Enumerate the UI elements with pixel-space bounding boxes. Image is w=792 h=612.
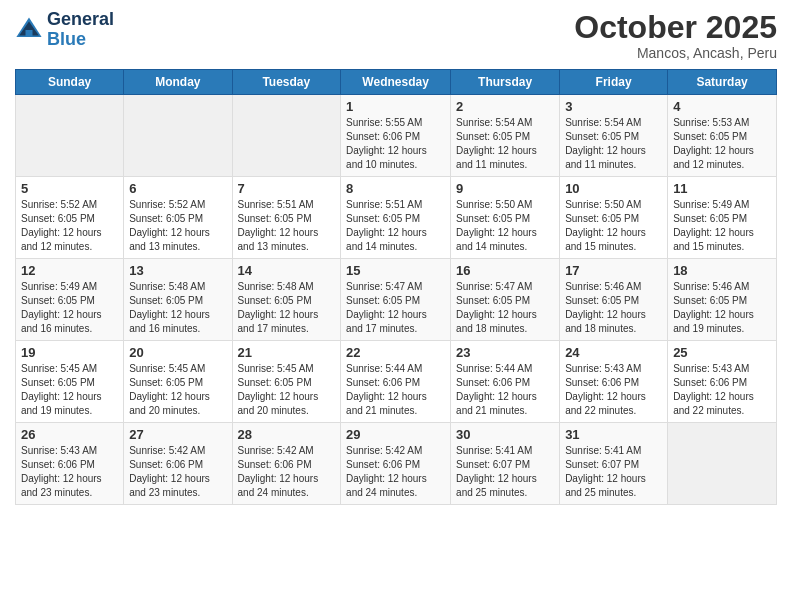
week-row-1: 5Sunrise: 5:52 AM Sunset: 6:05 PM Daylig…: [16, 177, 777, 259]
day-number: 14: [238, 263, 336, 278]
day-number: 19: [21, 345, 118, 360]
calendar-cell: 19Sunrise: 5:45 AM Sunset: 6:05 PM Dayli…: [16, 341, 124, 423]
calendar-cell: 4Sunrise: 5:53 AM Sunset: 6:05 PM Daylig…: [668, 95, 777, 177]
day-info: Sunrise: 5:43 AM Sunset: 6:06 PM Dayligh…: [673, 362, 771, 418]
day-info: Sunrise: 5:41 AM Sunset: 6:07 PM Dayligh…: [565, 444, 662, 500]
day-number: 12: [21, 263, 118, 278]
day-number: 2: [456, 99, 554, 114]
day-info: Sunrise: 5:48 AM Sunset: 6:05 PM Dayligh…: [129, 280, 226, 336]
day-info: Sunrise: 5:51 AM Sunset: 6:05 PM Dayligh…: [346, 198, 445, 254]
calendar-cell: 18Sunrise: 5:46 AM Sunset: 6:05 PM Dayli…: [668, 259, 777, 341]
calendar-cell: 2Sunrise: 5:54 AM Sunset: 6:05 PM Daylig…: [451, 95, 560, 177]
calendar-cell: 26Sunrise: 5:43 AM Sunset: 6:06 PM Dayli…: [16, 423, 124, 505]
day-info: Sunrise: 5:42 AM Sunset: 6:06 PM Dayligh…: [129, 444, 226, 500]
day-number: 20: [129, 345, 226, 360]
day-info: Sunrise: 5:45 AM Sunset: 6:05 PM Dayligh…: [129, 362, 226, 418]
week-row-3: 19Sunrise: 5:45 AM Sunset: 6:05 PM Dayli…: [16, 341, 777, 423]
day-number: 30: [456, 427, 554, 442]
day-info: Sunrise: 5:44 AM Sunset: 6:06 PM Dayligh…: [456, 362, 554, 418]
logo-line1: General: [47, 10, 114, 30]
svg-rect-2: [26, 30, 33, 37]
day-info: Sunrise: 5:46 AM Sunset: 6:05 PM Dayligh…: [673, 280, 771, 336]
calendar-cell: 9Sunrise: 5:50 AM Sunset: 6:05 PM Daylig…: [451, 177, 560, 259]
day-number: 13: [129, 263, 226, 278]
calendar-cell: 1Sunrise: 5:55 AM Sunset: 6:06 PM Daylig…: [341, 95, 451, 177]
calendar-cell: [668, 423, 777, 505]
calendar-cell: 16Sunrise: 5:47 AM Sunset: 6:05 PM Dayli…: [451, 259, 560, 341]
day-info: Sunrise: 5:42 AM Sunset: 6:06 PM Dayligh…: [346, 444, 445, 500]
calendar-cell: 22Sunrise: 5:44 AM Sunset: 6:06 PM Dayli…: [341, 341, 451, 423]
day-number: 24: [565, 345, 662, 360]
day-info: Sunrise: 5:49 AM Sunset: 6:05 PM Dayligh…: [673, 198, 771, 254]
day-info: Sunrise: 5:42 AM Sunset: 6:06 PM Dayligh…: [238, 444, 336, 500]
day-number: 10: [565, 181, 662, 196]
title-block: October 2025 Mancos, Ancash, Peru: [574, 10, 777, 61]
day-number: 26: [21, 427, 118, 442]
logo-icon: [15, 16, 43, 44]
calendar-cell: [232, 95, 341, 177]
day-info: Sunrise: 5:45 AM Sunset: 6:05 PM Dayligh…: [238, 362, 336, 418]
day-number: 9: [456, 181, 554, 196]
day-info: Sunrise: 5:51 AM Sunset: 6:05 PM Dayligh…: [238, 198, 336, 254]
day-number: 28: [238, 427, 336, 442]
week-row-4: 26Sunrise: 5:43 AM Sunset: 6:06 PM Dayli…: [16, 423, 777, 505]
day-number: 7: [238, 181, 336, 196]
month-title: October 2025: [574, 10, 777, 45]
day-info: Sunrise: 5:54 AM Sunset: 6:05 PM Dayligh…: [565, 116, 662, 172]
calendar-cell: 8Sunrise: 5:51 AM Sunset: 6:05 PM Daylig…: [341, 177, 451, 259]
day-info: Sunrise: 5:54 AM Sunset: 6:05 PM Dayligh…: [456, 116, 554, 172]
calendar-cell: 29Sunrise: 5:42 AM Sunset: 6:06 PM Dayli…: [341, 423, 451, 505]
calendar-cell: [16, 95, 124, 177]
calendar-cell: 27Sunrise: 5:42 AM Sunset: 6:06 PM Dayli…: [124, 423, 232, 505]
calendar-cell: 11Sunrise: 5:49 AM Sunset: 6:05 PM Dayli…: [668, 177, 777, 259]
header-saturday: Saturday: [668, 70, 777, 95]
header-sunday: Sunday: [16, 70, 124, 95]
day-info: Sunrise: 5:45 AM Sunset: 6:05 PM Dayligh…: [21, 362, 118, 418]
week-row-2: 12Sunrise: 5:49 AM Sunset: 6:05 PM Dayli…: [16, 259, 777, 341]
calendar-cell: 13Sunrise: 5:48 AM Sunset: 6:05 PM Dayli…: [124, 259, 232, 341]
day-number: 31: [565, 427, 662, 442]
header: General Blue October 2025 Mancos, Ancash…: [15, 10, 777, 61]
calendar-cell: 25Sunrise: 5:43 AM Sunset: 6:06 PM Dayli…: [668, 341, 777, 423]
day-info: Sunrise: 5:43 AM Sunset: 6:06 PM Dayligh…: [565, 362, 662, 418]
day-number: 27: [129, 427, 226, 442]
day-number: 1: [346, 99, 445, 114]
day-info: Sunrise: 5:46 AM Sunset: 6:05 PM Dayligh…: [565, 280, 662, 336]
day-info: Sunrise: 5:43 AM Sunset: 6:06 PM Dayligh…: [21, 444, 118, 500]
calendar-cell: 20Sunrise: 5:45 AM Sunset: 6:05 PM Dayli…: [124, 341, 232, 423]
day-number: 5: [21, 181, 118, 196]
day-info: Sunrise: 5:55 AM Sunset: 6:06 PM Dayligh…: [346, 116, 445, 172]
calendar-cell: 3Sunrise: 5:54 AM Sunset: 6:05 PM Daylig…: [560, 95, 668, 177]
day-number: 17: [565, 263, 662, 278]
week-row-0: 1Sunrise: 5:55 AM Sunset: 6:06 PM Daylig…: [16, 95, 777, 177]
calendar-cell: 15Sunrise: 5:47 AM Sunset: 6:05 PM Dayli…: [341, 259, 451, 341]
day-number: 25: [673, 345, 771, 360]
day-info: Sunrise: 5:52 AM Sunset: 6:05 PM Dayligh…: [21, 198, 118, 254]
calendar-cell: [124, 95, 232, 177]
day-info: Sunrise: 5:50 AM Sunset: 6:05 PM Dayligh…: [456, 198, 554, 254]
calendar-cell: 14Sunrise: 5:48 AM Sunset: 6:05 PM Dayli…: [232, 259, 341, 341]
day-info: Sunrise: 5:47 AM Sunset: 6:05 PM Dayligh…: [346, 280, 445, 336]
calendar-header-row: SundayMondayTuesdayWednesdayThursdayFrid…: [16, 70, 777, 95]
calendar-cell: 10Sunrise: 5:50 AM Sunset: 6:05 PM Dayli…: [560, 177, 668, 259]
day-info: Sunrise: 5:49 AM Sunset: 6:05 PM Dayligh…: [21, 280, 118, 336]
calendar-cell: 17Sunrise: 5:46 AM Sunset: 6:05 PM Dayli…: [560, 259, 668, 341]
calendar-cell: 28Sunrise: 5:42 AM Sunset: 6:06 PM Dayli…: [232, 423, 341, 505]
day-number: 22: [346, 345, 445, 360]
logo: General Blue: [15, 10, 114, 50]
header-wednesday: Wednesday: [341, 70, 451, 95]
calendar-cell: 6Sunrise: 5:52 AM Sunset: 6:05 PM Daylig…: [124, 177, 232, 259]
day-number: 6: [129, 181, 226, 196]
calendar-cell: 30Sunrise: 5:41 AM Sunset: 6:07 PM Dayli…: [451, 423, 560, 505]
day-number: 16: [456, 263, 554, 278]
location: Mancos, Ancash, Peru: [574, 45, 777, 61]
day-number: 3: [565, 99, 662, 114]
day-number: 18: [673, 263, 771, 278]
calendar-cell: 7Sunrise: 5:51 AM Sunset: 6:05 PM Daylig…: [232, 177, 341, 259]
day-info: Sunrise: 5:41 AM Sunset: 6:07 PM Dayligh…: [456, 444, 554, 500]
header-tuesday: Tuesday: [232, 70, 341, 95]
calendar-cell: 5Sunrise: 5:52 AM Sunset: 6:05 PM Daylig…: [16, 177, 124, 259]
calendar-cell: 24Sunrise: 5:43 AM Sunset: 6:06 PM Dayli…: [560, 341, 668, 423]
page: General Blue October 2025 Mancos, Ancash…: [0, 0, 792, 612]
day-info: Sunrise: 5:50 AM Sunset: 6:05 PM Dayligh…: [565, 198, 662, 254]
